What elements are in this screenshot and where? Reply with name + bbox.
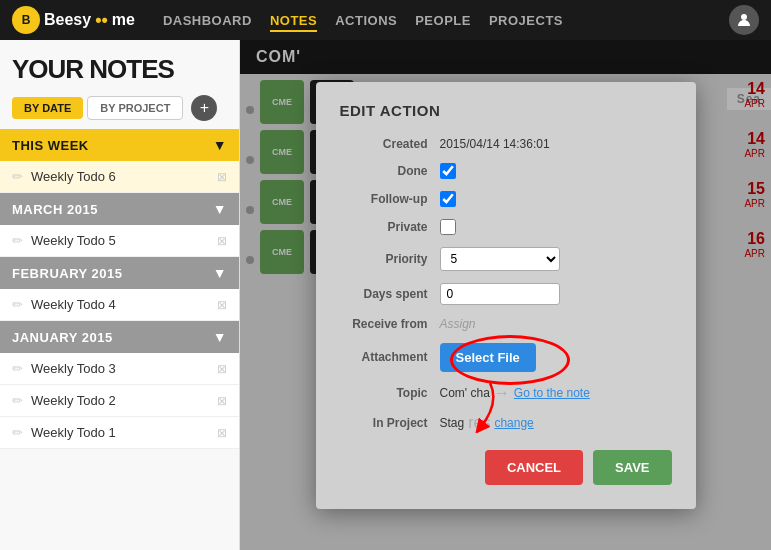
edit-icon: ✏	[12, 297, 23, 312]
note-label: Weekly Todo 3	[31, 361, 116, 376]
avatar[interactable]	[729, 5, 759, 35]
list-item[interactable]: ✏ Weekly Todo 1 ⊠	[0, 417, 239, 449]
topic-link[interactable]: Go to the note	[514, 386, 590, 400]
main-layout: YOUR NOTES BY DATE BY PROJECT + THIS WEE…	[0, 40, 771, 550]
priority-select[interactable]: 5	[440, 247, 560, 271]
pin-icon: ⊠	[217, 362, 227, 376]
pin-icon: ⊠	[217, 170, 227, 184]
nav-item-dashboard[interactable]: DASHBOARD	[163, 11, 252, 29]
priority-label: Priority	[340, 252, 440, 266]
created-value: 2015/04/14 14:36:01	[440, 137, 550, 151]
days-spent-label: Days spent	[340, 287, 440, 301]
nav-item-projects[interactable]: PROJECTS	[489, 11, 563, 29]
modal-overlay: EDIT ACTION Created 2015/04/14 14:36:01 …	[240, 40, 771, 550]
pin-icon: ⊠	[217, 426, 227, 440]
modal-row-attachment: Attachment Select File	[340, 343, 672, 372]
topic-label: Topic	[340, 386, 440, 400]
done-checkbox[interactable]	[440, 163, 456, 179]
logo-me: me	[112, 11, 135, 29]
pin-icon: ⊠	[217, 298, 227, 312]
nav-links: DASHBOARD NOTES ACTIONS PEOPLE PROJECTS	[163, 11, 563, 29]
edit-icon: ✏	[12, 361, 23, 376]
section-february-2015[interactable]: FEBRUARY 2015 ▼	[0, 257, 239, 289]
note-label: Weekly Todo 2	[31, 393, 116, 408]
sidebar-header: YOUR NOTES BY DATE BY PROJECT +	[0, 40, 239, 129]
modal-row-private: Private	[340, 219, 672, 235]
logo-dots: ••	[95, 10, 108, 31]
list-item[interactable]: ✏ Weekly Todo 2 ⊠	[0, 385, 239, 417]
filter-by-project-button[interactable]: BY PROJECT	[87, 96, 183, 120]
note-label: Weekly Todo 1	[31, 425, 116, 440]
nav-item-actions[interactable]: ACTIONS	[335, 11, 397, 29]
done-label: Done	[340, 164, 440, 178]
section-march-label: MARCH 2015	[12, 202, 98, 217]
chevron-down-icon: ▼	[213, 265, 227, 281]
edit-icon: ✏	[12, 169, 23, 184]
pin-icon: ⊠	[217, 394, 227, 408]
attachment-label: Attachment	[340, 350, 440, 364]
edit-action-modal: EDIT ACTION Created 2015/04/14 14:36:01 …	[316, 82, 696, 509]
pin-icon: ⊠	[217, 234, 227, 248]
add-note-button[interactable]: +	[191, 95, 217, 121]
modal-row-topic: Topic Com' cha → Go to the note	[340, 384, 672, 402]
filter-by-date-button[interactable]: BY DATE	[12, 97, 83, 119]
created-label: Created	[340, 137, 440, 151]
topic-value: Com' cha	[440, 386, 490, 400]
svg-point-0	[741, 14, 747, 20]
nav-item-people[interactable]: PEOPLE	[415, 11, 471, 29]
list-item[interactable]: ✏ Weekly Todo 4 ⊠	[0, 289, 239, 321]
in-project-change-link[interactable]: change	[494, 416, 533, 430]
select-file-button[interactable]: Select File	[440, 343, 536, 372]
receive-from-label: Receive from	[340, 317, 440, 331]
section-jan-label: JANUARY 2015	[12, 330, 113, 345]
chevron-down-icon: ▼	[213, 137, 227, 153]
modal-row-in-project: In Project Stag res change	[340, 414, 672, 432]
content-area: COM' Sea CME 14 APR	[240, 40, 771, 550]
cancel-button[interactable]: CANCEL	[485, 450, 583, 485]
list-item[interactable]: ✏ Weekly Todo 3 ⊠	[0, 353, 239, 385]
note-label: Weekly Todo 6	[31, 169, 116, 184]
logo-icon: B	[12, 6, 40, 34]
section-march-2015[interactable]: MARCH 2015 ▼	[0, 193, 239, 225]
save-button[interactable]: SAVE	[593, 450, 671, 485]
logo[interactable]: B Beesy •• me	[12, 6, 135, 34]
note-label: Weekly Todo 4	[31, 297, 116, 312]
chevron-down-icon: ▼	[213, 201, 227, 217]
list-item[interactable]: ✏ Weekly Todo 6 ⊠	[0, 161, 239, 193]
modal-row-followup: Follow-up	[340, 191, 672, 207]
edit-icon: ✏	[12, 393, 23, 408]
modal-row-priority: Priority 5	[340, 247, 672, 271]
section-january-2015[interactable]: JANUARY 2015 ▼	[0, 321, 239, 353]
modal-title: EDIT ACTION	[340, 102, 672, 119]
nav-item-notes[interactable]: NOTES	[270, 11, 317, 29]
in-project-value: Stag	[440, 416, 465, 430]
chevron-down-icon: ▼	[213, 329, 227, 345]
note-label: Weekly Todo 5	[31, 233, 116, 248]
logo-text: Beesy	[44, 11, 91, 29]
modal-row-days-spent: Days spent	[340, 283, 672, 305]
top-navigation: B Beesy •• me DASHBOARD NOTES ACTIONS PE…	[0, 0, 771, 40]
receive-from-value: Assign	[440, 317, 476, 331]
list-item[interactable]: ✏ Weekly Todo 5 ⊠	[0, 225, 239, 257]
private-checkbox[interactable]	[440, 219, 456, 235]
sidebar: YOUR NOTES BY DATE BY PROJECT + THIS WEE…	[0, 40, 240, 550]
edit-icon: ✏	[12, 233, 23, 248]
page-title: YOUR NOTES	[12, 54, 227, 85]
modal-row-receive-from: Receive from Assign	[340, 317, 672, 331]
filter-buttons: BY DATE BY PROJECT +	[12, 95, 227, 121]
followup-checkbox[interactable]	[440, 191, 456, 207]
edit-icon: ✏	[12, 425, 23, 440]
days-spent-input[interactable]	[440, 283, 560, 305]
section-this-week[interactable]: THIS WEEK ▼	[0, 129, 239, 161]
in-project-label: In Project	[340, 416, 440, 430]
section-this-week-label: THIS WEEK	[12, 138, 89, 153]
modal-footer: CANCEL SAVE	[340, 450, 672, 485]
modal-row-created: Created 2015/04/14 14:36:01	[340, 137, 672, 151]
modal-row-done: Done	[340, 163, 672, 179]
section-feb-label: FEBRUARY 2015	[12, 266, 123, 281]
private-label: Private	[340, 220, 440, 234]
followup-label: Follow-up	[340, 192, 440, 206]
